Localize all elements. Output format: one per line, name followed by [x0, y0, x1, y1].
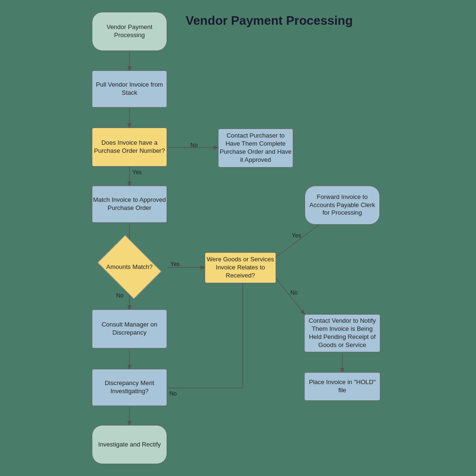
- contact-purchaser-node: Contact Purchaser to Have Them Complete …: [218, 129, 293, 168]
- start-label: Vendor Payment Processing: [92, 23, 167, 40]
- has-po-node: Does Invoice have a Purchase Order Numbe…: [92, 128, 167, 167]
- label-no-goods: No: [290, 289, 298, 296]
- amounts-match-node: Amounts Match?: [98, 235, 161, 299]
- label-yes-amounts: Yes: [170, 261, 180, 268]
- has-po-label: Does Invoice have a Purchase Order Numbe…: [92, 139, 167, 155]
- match-invoice-node: Match Invoice to Approved Purchase Order: [92, 186, 167, 223]
- label-no-amounts: No: [116, 292, 123, 299]
- label-yes-goods: Yes: [292, 232, 301, 239]
- label-no-discrepancy: No: [169, 390, 177, 397]
- label-no-po: No: [190, 142, 198, 149]
- discrepancy-merit-label: Discrepancy Merit Investigating?: [92, 379, 167, 396]
- forward-invoice-label: Forward Invoice to Accounts Payable Cler…: [305, 193, 379, 218]
- contact-vendor-label: Contact Vendor to Notify Them Invoice is…: [305, 317, 380, 349]
- flowchart-arrows: [0, 0, 476, 476]
- consult-manager-node: Consult Manager on Discrepancy: [92, 309, 167, 348]
- page-title: Vendor Payment Processing: [186, 13, 353, 28]
- label-yes-po: Yes: [132, 169, 142, 176]
- goods-received-label: Were Goods or Services Invoice Relates t…: [205, 256, 276, 280]
- pull-invoice-label: Pull Vendor Invoice from Stack: [92, 81, 167, 97]
- consult-manager-label: Consult Manager on Discrepancy: [92, 321, 167, 337]
- place-hold-label: Place Invoice in "HOLD" file: [305, 378, 380, 395]
- investigate-label: Investigate and Rectify: [98, 441, 161, 449]
- investigate-node: Investigate and Rectify: [92, 425, 167, 464]
- contact-vendor-node: Contact Vendor to Notify Them Invoice is…: [304, 314, 380, 352]
- forward-invoice-node: Forward Invoice to Accounts Payable Cler…: [305, 186, 380, 225]
- place-hold-node: Place Invoice in "HOLD" file: [304, 372, 380, 401]
- svg-line-8: [276, 278, 305, 314]
- start-node: Vendor Payment Processing: [92, 12, 167, 51]
- goods-received-node: Were Goods or Services Invoice Relates t…: [205, 252, 276, 283]
- amounts-match-label: Amounts Match?: [106, 263, 153, 271]
- discrepancy-merit-node: Discrepancy Merit Investigating?: [92, 369, 167, 406]
- contact-purchaser-label: Contact Purchaser to Have Them Complete …: [218, 132, 293, 164]
- match-invoice-label: Match Invoice to Approved Purchase Order: [92, 196, 167, 212]
- pull-invoice-node: Pull Vendor Invoice from Stack: [92, 70, 167, 108]
